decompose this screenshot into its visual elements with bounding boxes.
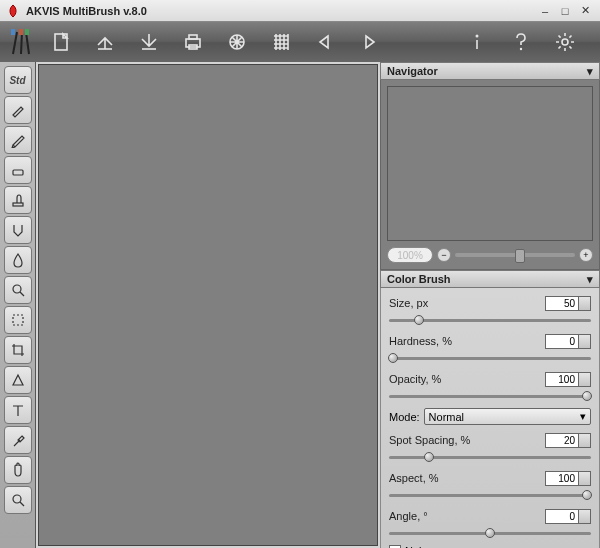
navigator-zoom-bar: 100% − + bbox=[387, 247, 593, 263]
zoom-in-button[interactable]: + bbox=[579, 248, 593, 262]
svg-rect-1 bbox=[19, 29, 23, 35]
svg-rect-5 bbox=[189, 35, 197, 39]
opacity-label: Opacity, % bbox=[389, 373, 441, 385]
info-button[interactable] bbox=[460, 28, 494, 56]
spot-value[interactable]: 20 bbox=[545, 433, 579, 448]
size-label: Size, px bbox=[389, 297, 428, 309]
aspect-spinner[interactable] bbox=[579, 471, 591, 486]
opacity-slider[interactable] bbox=[389, 390, 591, 402]
right-panel: Navigator ▾ 100% − + Color Brush ▾ bbox=[380, 62, 600, 548]
hardness-value[interactable]: 0 bbox=[545, 334, 579, 349]
minimize-button[interactable]: – bbox=[538, 4, 552, 18]
mode-select[interactable]: Normal ▾ bbox=[424, 408, 591, 425]
dropdown-icon: ▾ bbox=[580, 410, 586, 423]
aspect-property: Aspect, % 100 bbox=[389, 469, 591, 501]
angle-slider[interactable] bbox=[389, 527, 591, 539]
zoom-out-button[interactable]: − bbox=[437, 248, 451, 262]
zoom-value: 100% bbox=[387, 247, 433, 263]
std-button[interactable]: Std bbox=[4, 66, 32, 94]
opacity-value[interactable]: 100 bbox=[545, 372, 579, 387]
svg-point-13 bbox=[13, 285, 21, 293]
mode-row: Mode: Normal ▾ bbox=[389, 408, 591, 425]
size-value[interactable]: 50 bbox=[545, 296, 579, 311]
content-area: Std Navigator ▾ 100% − bbox=[0, 62, 600, 548]
aspect-slider[interactable] bbox=[389, 489, 591, 501]
eraser-tool[interactable] bbox=[4, 156, 32, 184]
crop-rect-tool[interactable] bbox=[4, 306, 32, 334]
spot-spinner[interactable] bbox=[579, 433, 591, 448]
opacity-property: Opacity, % 100 bbox=[389, 370, 591, 402]
svg-point-15 bbox=[13, 495, 21, 503]
spot-property: Spot Spacing, % 20 bbox=[389, 431, 591, 463]
mode-label: Mode: bbox=[389, 411, 420, 423]
hardness-slider[interactable] bbox=[389, 352, 591, 364]
chevron-down-icon: ▾ bbox=[587, 273, 593, 286]
maximize-button[interactable]: □ bbox=[558, 4, 572, 18]
tool-column: Std bbox=[0, 62, 36, 548]
magnify-tool[interactable] bbox=[4, 486, 32, 514]
prev-button[interactable] bbox=[308, 28, 342, 56]
svg-point-10 bbox=[562, 39, 568, 45]
size-property: Size, px 50 bbox=[389, 294, 591, 326]
svg-rect-2 bbox=[25, 29, 29, 35]
svg-point-9 bbox=[520, 48, 522, 50]
navigator-title: Navigator bbox=[387, 65, 438, 77]
spot-slider[interactable] bbox=[389, 451, 591, 463]
main-toolbar bbox=[0, 22, 600, 62]
next-button[interactable] bbox=[352, 28, 386, 56]
open-button[interactable] bbox=[88, 28, 122, 56]
hand-tool[interactable] bbox=[4, 456, 32, 484]
brush-header[interactable]: Color Brush ▾ bbox=[380, 270, 600, 288]
angle-property: Angle, ° 0 bbox=[389, 507, 591, 539]
svg-rect-12 bbox=[13, 203, 23, 206]
hardness-label: Hardness, % bbox=[389, 335, 452, 347]
aspect-label: Aspect, % bbox=[389, 472, 439, 484]
settings-button[interactable] bbox=[548, 28, 582, 56]
brush-panel: Color Brush ▾ Size, px 50 Hardness, % 0 … bbox=[380, 270, 600, 548]
size-slider[interactable] bbox=[389, 314, 591, 326]
brushes-icon bbox=[8, 26, 34, 58]
navigator-panel: Navigator ▾ 100% − + bbox=[380, 62, 600, 270]
svg-rect-14 bbox=[13, 315, 23, 325]
app-logo-icon bbox=[6, 4, 20, 18]
chevron-down-icon: ▾ bbox=[587, 65, 593, 78]
close-button[interactable]: ✕ bbox=[578, 4, 592, 18]
svg-point-8 bbox=[476, 35, 479, 38]
zoom-slider[interactable] bbox=[455, 253, 575, 257]
zoom-tool[interactable] bbox=[4, 276, 32, 304]
smudge-tool[interactable] bbox=[4, 216, 32, 244]
save-button[interactable] bbox=[132, 28, 166, 56]
new-button[interactable] bbox=[44, 28, 78, 56]
brush-title: Color Brush bbox=[387, 273, 451, 285]
angle-label: Angle, ° bbox=[389, 510, 428, 522]
navigator-header[interactable]: Navigator ▾ bbox=[380, 62, 600, 80]
text-tool[interactable] bbox=[4, 396, 32, 424]
brush-tool[interactable] bbox=[4, 96, 32, 124]
print-button[interactable] bbox=[176, 28, 210, 56]
angle-value[interactable]: 0 bbox=[545, 509, 579, 524]
stamp-tool[interactable] bbox=[4, 186, 32, 214]
help-button[interactable] bbox=[504, 28, 538, 56]
navigator-preview[interactable] bbox=[387, 86, 593, 241]
svg-rect-0 bbox=[11, 29, 15, 35]
hardness-property: Hardness, % 0 bbox=[389, 332, 591, 364]
spot-label: Spot Spacing, % bbox=[389, 434, 470, 446]
canvas-area[interactable] bbox=[38, 64, 378, 546]
share-button[interactable] bbox=[220, 28, 254, 56]
window-title: AKVIS MultiBrush v.8.0 bbox=[26, 5, 147, 17]
angle-spinner[interactable] bbox=[579, 509, 591, 524]
mode-value: Normal bbox=[429, 411, 464, 423]
crop-tool[interactable] bbox=[4, 336, 32, 364]
size-spinner[interactable] bbox=[579, 296, 591, 311]
titlebar: AKVIS MultiBrush v.8.0 – □ ✕ bbox=[0, 0, 600, 22]
svg-rect-11 bbox=[13, 170, 23, 175]
grid-button[interactable] bbox=[264, 28, 298, 56]
hardness-spinner[interactable] bbox=[579, 334, 591, 349]
measure-tool[interactable] bbox=[4, 366, 32, 394]
aspect-value[interactable]: 100 bbox=[545, 471, 579, 486]
drop-tool[interactable] bbox=[4, 246, 32, 274]
eyedrop-tool[interactable] bbox=[4, 426, 32, 454]
opacity-spinner[interactable] bbox=[579, 372, 591, 387]
pencil-tool[interactable] bbox=[4, 126, 32, 154]
